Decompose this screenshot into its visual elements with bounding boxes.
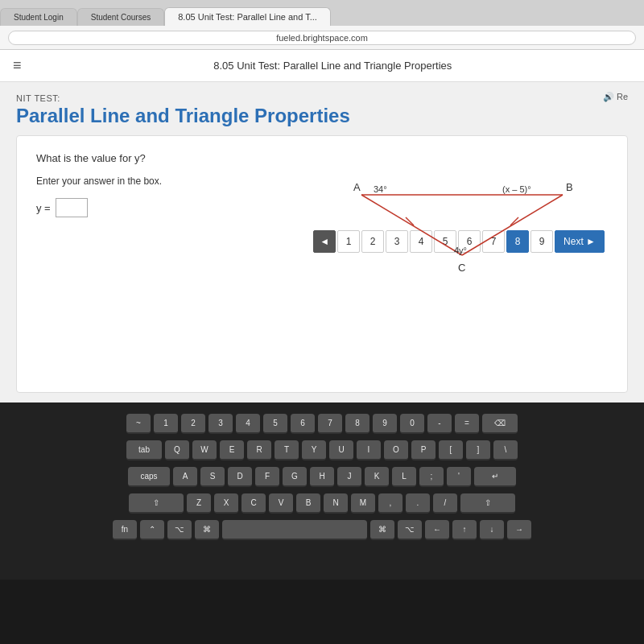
- key-j[interactable]: J: [337, 467, 361, 487]
- key-space[interactable]: [222, 520, 367, 540]
- key-c[interactable]: C: [242, 493, 266, 514]
- tab-student-login[interactable]: Student Login: [0, 8, 77, 26]
- key-0[interactable]: 0: [400, 414, 424, 434]
- key-h[interactable]: H: [310, 467, 334, 487]
- key-minus[interactable]: -: [427, 414, 452, 434]
- svg-text:(x – 5)°: (x – 5)°: [502, 184, 531, 194]
- key-m[interactable]: M: [351, 493, 375, 514]
- svg-line-1: [361, 195, 462, 255]
- keyboard-row-2: tab Q W E R T Y U I O P [ ] \: [0, 437, 644, 464]
- key-tilde[interactable]: ~: [126, 414, 151, 434]
- key-q[interactable]: Q: [165, 440, 189, 460]
- address-bar: fueled.brightspace.com: [0, 26, 644, 50]
- keyboard-row-4: ⇧ Z X C V B N M , . / ⇧: [0, 490, 644, 517]
- unit-title: Parallel Line and Triangle Properties: [16, 105, 628, 127]
- key-lbracket[interactable]: [: [439, 440, 463, 460]
- question-card: A B C 34° (x – 5)° 4y° What is the value…: [16, 135, 628, 393]
- page-content: 🔊 Re NIT TEST: Parallel Line and Triangl…: [0, 82, 644, 402]
- keyboard-row-1: ~ 1 2 3 4 5 6 7 8 9 0 - = ⌫: [0, 411, 644, 437]
- keyboard-row-3: caps A S D F G H J K L ; ' ↵: [0, 464, 644, 490]
- key-7[interactable]: 7: [318, 414, 342, 434]
- tab-student-courses[interactable]: Student Courses: [77, 8, 165, 26]
- key-d[interactable]: D: [228, 467, 252, 487]
- key-period[interactable]: .: [406, 493, 430, 514]
- key-enter[interactable]: ↵: [474, 467, 516, 487]
- key-down[interactable]: ↓: [480, 520, 504, 540]
- key-r[interactable]: R: [247, 440, 271, 460]
- key-backslash[interactable]: \: [493, 440, 518, 460]
- key-slash[interactable]: /: [433, 493, 457, 514]
- key-rbracket[interactable]: ]: [466, 440, 490, 460]
- browser-chrome: Student Login Student Courses 8.05 Unit …: [0, 0, 644, 50]
- key-shift-left[interactable]: ⇧: [129, 493, 184, 514]
- app-title: 8.05 Unit Test: Parallel Line and Triang…: [35, 60, 631, 72]
- key-tab[interactable]: tab: [126, 440, 162, 460]
- key-3[interactable]: 3: [208, 414, 233, 434]
- svg-text:B: B: [566, 181, 573, 193]
- key-u[interactable]: U: [329, 440, 353, 460]
- key-n[interactable]: N: [324, 493, 348, 514]
- key-8[interactable]: 8: [345, 414, 369, 434]
- answer-prefix: y =: [36, 202, 51, 214]
- key-up[interactable]: ↑: [452, 520, 477, 540]
- svg-text:4y°: 4y°: [454, 246, 467, 255]
- answer-input[interactable]: [56, 198, 88, 217]
- keyboard-row-5: fn ⌃ ⌥ ⌘ ⌘ ⌥ ← ↑ ↓ →: [0, 517, 644, 543]
- key-b[interactable]: B: [296, 493, 320, 514]
- key-fn[interactable]: fn: [113, 520, 137, 540]
- address-url[interactable]: fueled.brightspace.com: [8, 31, 636, 45]
- key-o[interactable]: O: [384, 440, 408, 460]
- key-t[interactable]: T: [275, 440, 299, 460]
- key-semicolon[interactable]: ;: [419, 467, 444, 487]
- key-v[interactable]: V: [269, 493, 293, 514]
- key-cmd-right[interactable]: ⌘: [370, 520, 394, 540]
- re-button[interactable]: 🔊 Re: [603, 92, 628, 102]
- key-x[interactable]: X: [214, 493, 238, 514]
- hamburger-icon[interactable]: ≡: [13, 57, 22, 74]
- key-2[interactable]: 2: [181, 414, 205, 434]
- key-f[interactable]: F: [255, 467, 279, 487]
- key-equals[interactable]: =: [455, 414, 479, 434]
- key-4[interactable]: 4: [236, 414, 260, 434]
- svg-text:C: C: [458, 262, 465, 274]
- unit-label: NIT TEST:: [16, 93, 628, 103]
- key-6[interactable]: 6: [291, 414, 315, 434]
- keyboard-area: ~ 1 2 3 4 5 6 7 8 9 0 - = ⌫ tab Q W E R …: [0, 402, 644, 580]
- key-caps[interactable]: caps: [128, 467, 170, 487]
- key-quote[interactable]: ': [447, 467, 471, 487]
- key-z[interactable]: Z: [187, 493, 211, 514]
- app-header: ≡ 8.05 Unit Test: Parallel Line and Tria…: [0, 50, 644, 82]
- key-ctrl[interactable]: ⌃: [140, 520, 164, 540]
- diagram-area: A B C 34° (x – 5)° 4y°: [329, 151, 603, 295]
- svg-line-2: [462, 195, 563, 255]
- key-shift-right[interactable]: ⇧: [460, 493, 515, 514]
- key-a[interactable]: A: [173, 467, 197, 487]
- key-9[interactable]: 9: [373, 414, 397, 434]
- key-alt-left[interactable]: ⌥: [167, 520, 192, 540]
- tab-unit-test[interactable]: 8.05 Unit Test: Parallel Line and T...: [164, 7, 331, 26]
- key-5[interactable]: 5: [263, 414, 287, 434]
- key-left[interactable]: ←: [425, 520, 449, 540]
- key-comma[interactable]: ,: [378, 493, 402, 514]
- key-1[interactable]: 1: [154, 414, 178, 434]
- key-p[interactable]: P: [411, 440, 436, 460]
- tab-bar: Student Login Student Courses 8.05 Unit …: [0, 0, 644, 26]
- key-backspace[interactable]: ⌫: [482, 414, 518, 434]
- key-e[interactable]: E: [220, 440, 244, 460]
- key-y[interactable]: Y: [302, 440, 326, 460]
- key-g[interactable]: G: [283, 467, 307, 487]
- svg-text:34°: 34°: [374, 184, 387, 194]
- svg-text:A: A: [353, 181, 361, 193]
- key-s[interactable]: S: [200, 467, 225, 487]
- key-cmd-left[interactable]: ⌘: [195, 520, 219, 540]
- key-i[interactable]: I: [357, 440, 381, 460]
- key-w[interactable]: W: [192, 440, 217, 460]
- key-k[interactable]: K: [365, 467, 389, 487]
- key-l[interactable]: L: [392, 467, 416, 487]
- key-right[interactable]: →: [507, 520, 531, 540]
- key-alt-right[interactable]: ⌥: [398, 520, 422, 540]
